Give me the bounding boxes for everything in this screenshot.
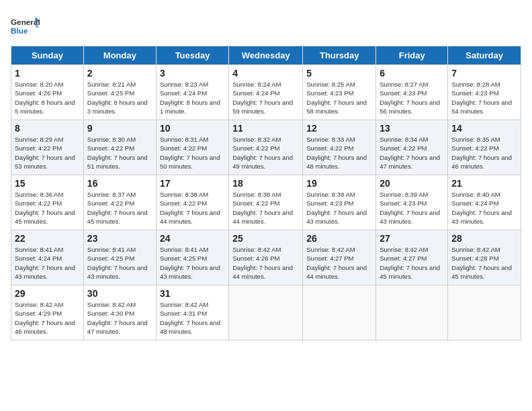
calendar-cell: 1Sunrise: 8:20 AM Sunset: 4:26 PM Daylig… <box>11 65 84 120</box>
calendar-cell: 20Sunrise: 8:39 AM Sunset: 4:23 PM Dayli… <box>376 175 448 230</box>
calendar-cell: 28Sunrise: 8:42 AM Sunset: 4:28 PM Dayli… <box>448 230 521 285</box>
day-number: 9 <box>87 123 152 134</box>
day-info: Sunrise: 8:39 AM Sunset: 4:23 PM Dayligh… <box>380 190 444 226</box>
logo-container: General Blue <box>11 11 40 40</box>
day-number: 13 <box>380 123 444 134</box>
day-number: 11 <box>232 123 299 134</box>
calendar-cell: 31Sunrise: 8:42 AM Sunset: 4:31 PM Dayli… <box>156 285 228 340</box>
calendar-cell <box>448 285 521 340</box>
calendar-table: SundayMondayTuesdayWednesdayThursdayFrid… <box>11 46 521 340</box>
day-info: Sunrise: 8:41 AM Sunset: 4:25 PM Dayligh… <box>87 245 152 281</box>
day-number: 5 <box>306 68 372 79</box>
day-number: 2 <box>87 68 152 79</box>
day-number: 27 <box>380 233 444 244</box>
day-number: 26 <box>306 233 372 244</box>
calendar-cell: 22Sunrise: 8:41 AM Sunset: 4:24 PM Dayli… <box>11 230 84 285</box>
calendar-week-row: 1Sunrise: 8:20 AM Sunset: 4:26 PM Daylig… <box>11 65 521 120</box>
day-info: Sunrise: 8:23 AM Sunset: 4:24 PM Dayligh… <box>160 80 225 116</box>
day-number: 3 <box>160 68 225 79</box>
header-saturday: Saturday <box>448 46 521 65</box>
day-number: 7 <box>451 68 517 79</box>
calendar-cell: 4Sunrise: 8:24 AM Sunset: 4:24 PM Daylig… <box>229 65 303 120</box>
logo: General Blue <box>11 11 40 40</box>
day-number: 12 <box>306 123 372 134</box>
calendar-week-row: 29Sunrise: 8:42 AM Sunset: 4:29 PM Dayli… <box>11 285 521 340</box>
logo-icon: General Blue <box>11 11 40 40</box>
calendar-cell: 29Sunrise: 8:42 AM Sunset: 4:29 PM Dayli… <box>11 285 84 340</box>
day-number: 4 <box>232 68 299 79</box>
header-tuesday: Tuesday <box>156 46 228 65</box>
day-info: Sunrise: 8:28 AM Sunset: 4:23 PM Dayligh… <box>451 80 517 116</box>
calendar-cell: 5Sunrise: 8:25 AM Sunset: 4:23 PM Daylig… <box>303 65 376 120</box>
calendar-cell: 12Sunrise: 8:33 AM Sunset: 4:22 PM Dayli… <box>303 120 376 175</box>
header-thursday: Thursday <box>303 46 376 65</box>
day-info: Sunrise: 8:42 AM Sunset: 4:27 PM Dayligh… <box>380 245 444 281</box>
day-info: Sunrise: 8:29 AM Sunset: 4:22 PM Dayligh… <box>15 135 80 171</box>
day-number: 31 <box>160 288 225 299</box>
calendar-cell: 26Sunrise: 8:42 AM Sunset: 4:27 PM Dayli… <box>303 230 376 285</box>
day-info: Sunrise: 8:25 AM Sunset: 4:23 PM Dayligh… <box>306 80 372 116</box>
day-number: 25 <box>232 233 299 244</box>
day-info: Sunrise: 8:39 AM Sunset: 4:23 PM Dayligh… <box>306 190 372 226</box>
day-number: 22 <box>15 233 80 244</box>
day-number: 21 <box>451 178 517 189</box>
page-header: General Blue <box>11 11 521 40</box>
day-info: Sunrise: 8:36 AM Sunset: 4:22 PM Dayligh… <box>15 190 80 226</box>
calendar-cell: 9Sunrise: 8:30 AM Sunset: 4:22 PM Daylig… <box>83 120 156 175</box>
day-info: Sunrise: 8:35 AM Sunset: 4:22 PM Dayligh… <box>451 135 517 171</box>
day-info: Sunrise: 8:41 AM Sunset: 4:25 PM Dayligh… <box>160 245 225 281</box>
day-info: Sunrise: 8:24 AM Sunset: 4:24 PM Dayligh… <box>232 80 299 116</box>
calendar-week-row: 22Sunrise: 8:41 AM Sunset: 4:24 PM Dayli… <box>11 230 521 285</box>
day-number: 30 <box>87 288 152 299</box>
day-number: 19 <box>306 178 372 189</box>
day-number: 29 <box>15 288 80 299</box>
day-number: 16 <box>87 178 152 189</box>
calendar-cell <box>229 285 303 340</box>
calendar-cell: 14Sunrise: 8:35 AM Sunset: 4:22 PM Dayli… <box>448 120 521 175</box>
calendar-cell: 13Sunrise: 8:34 AM Sunset: 4:22 PM Dayli… <box>376 120 448 175</box>
header-friday: Friday <box>376 46 448 65</box>
day-info: Sunrise: 8:42 AM Sunset: 4:27 PM Dayligh… <box>306 245 372 281</box>
day-info: Sunrise: 8:42 AM Sunset: 4:26 PM Dayligh… <box>232 245 299 281</box>
svg-text:Blue: Blue <box>11 26 28 35</box>
calendar-cell: 17Sunrise: 8:38 AM Sunset: 4:22 PM Dayli… <box>156 175 228 230</box>
calendar-cell: 16Sunrise: 8:37 AM Sunset: 4:22 PM Dayli… <box>83 175 156 230</box>
day-number: 24 <box>160 233 225 244</box>
calendar-cell: 7Sunrise: 8:28 AM Sunset: 4:23 PM Daylig… <box>448 65 521 120</box>
day-number: 10 <box>160 123 225 134</box>
calendar-cell: 11Sunrise: 8:32 AM Sunset: 4:22 PM Dayli… <box>229 120 303 175</box>
calendar-week-row: 8Sunrise: 8:29 AM Sunset: 4:22 PM Daylig… <box>11 120 521 175</box>
day-number: 18 <box>232 178 299 189</box>
day-info: Sunrise: 8:37 AM Sunset: 4:22 PM Dayligh… <box>87 190 152 226</box>
day-number: 1 <box>15 68 80 79</box>
day-number: 15 <box>15 178 80 189</box>
calendar-cell <box>376 285 448 340</box>
calendar-cell: 25Sunrise: 8:42 AM Sunset: 4:26 PM Dayli… <box>229 230 303 285</box>
day-info: Sunrise: 8:20 AM Sunset: 4:26 PM Dayligh… <box>15 80 80 116</box>
calendar-cell: 27Sunrise: 8:42 AM Sunset: 4:27 PM Dayli… <box>376 230 448 285</box>
day-info: Sunrise: 8:42 AM Sunset: 4:31 PM Dayligh… <box>160 300 225 336</box>
calendar-cell: 30Sunrise: 8:42 AM Sunset: 4:30 PM Dayli… <box>83 285 156 340</box>
calendar-cell: 8Sunrise: 8:29 AM Sunset: 4:22 PM Daylig… <box>11 120 84 175</box>
day-info: Sunrise: 8:38 AM Sunset: 4:22 PM Dayligh… <box>232 190 299 226</box>
day-info: Sunrise: 8:42 AM Sunset: 4:30 PM Dayligh… <box>87 300 152 336</box>
day-number: 17 <box>160 178 225 189</box>
calendar-cell: 19Sunrise: 8:39 AM Sunset: 4:23 PM Dayli… <box>303 175 376 230</box>
day-info: Sunrise: 8:38 AM Sunset: 4:22 PM Dayligh… <box>160 190 225 226</box>
calendar-header-row: SundayMondayTuesdayWednesdayThursdayFrid… <box>11 46 521 65</box>
calendar-cell: 18Sunrise: 8:38 AM Sunset: 4:22 PM Dayli… <box>229 175 303 230</box>
calendar-cell <box>303 285 376 340</box>
calendar-cell: 24Sunrise: 8:41 AM Sunset: 4:25 PM Dayli… <box>156 230 228 285</box>
day-info: Sunrise: 8:30 AM Sunset: 4:22 PM Dayligh… <box>87 135 152 171</box>
header-sunday: Sunday <box>11 46 84 65</box>
day-info: Sunrise: 8:42 AM Sunset: 4:28 PM Dayligh… <box>451 245 517 281</box>
calendar-cell: 3Sunrise: 8:23 AM Sunset: 4:24 PM Daylig… <box>156 65 228 120</box>
day-number: 6 <box>380 68 444 79</box>
header-wednesday: Wednesday <box>229 46 303 65</box>
day-info: Sunrise: 8:32 AM Sunset: 4:22 PM Dayligh… <box>232 135 299 171</box>
day-number: 14 <box>451 123 517 134</box>
day-number: 20 <box>380 178 444 189</box>
day-info: Sunrise: 8:27 AM Sunset: 4:23 PM Dayligh… <box>380 80 444 116</box>
day-number: 8 <box>15 123 80 134</box>
calendar-cell: 23Sunrise: 8:41 AM Sunset: 4:25 PM Dayli… <box>83 230 156 285</box>
